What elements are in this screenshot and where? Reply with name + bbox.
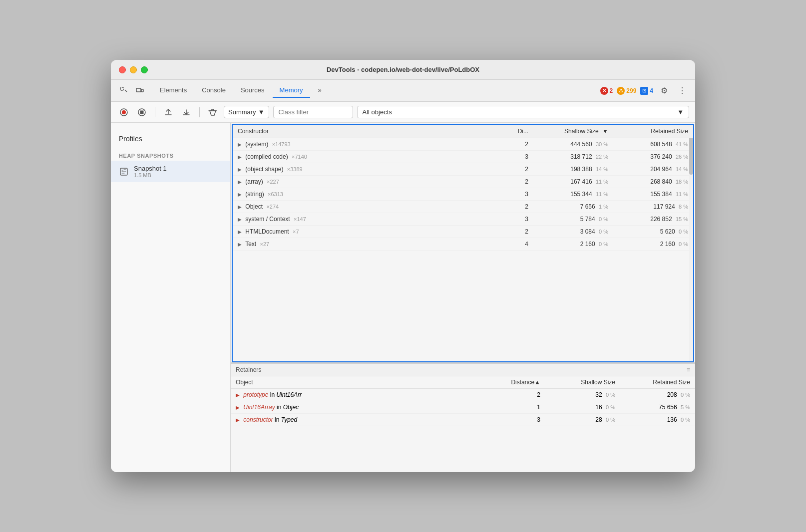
tab-memory[interactable]: Memory (273, 83, 310, 98)
distance-header[interactable]: Di... (503, 125, 533, 138)
retainers-row[interactable]: ▶ constructor in Typed 3 28 0 % 136 0 % (231, 414, 695, 426)
expand-icon[interactable]: ▶ (238, 229, 242, 235)
settings-icon[interactable]: ⚙ (657, 84, 671, 98)
expand-icon[interactable]: ▶ (238, 192, 242, 197)
constructor-cell: ▶ system / Context ×147 (233, 213, 503, 226)
retainers-retained-header[interactable]: Retained Size (620, 376, 695, 389)
count-label: ×14793 (272, 141, 291, 147)
retained-size-cell: 5 620 0 % (613, 226, 693, 238)
info-count[interactable]: ⊡ 4 (640, 87, 653, 95)
count-label: ×27 (260, 241, 269, 247)
table-row[interactable]: ▶ (compiled code) ×7140 3 318 712 22 % 3… (233, 151, 693, 163)
error-count[interactable]: ✕ 2 (600, 87, 613, 95)
retainers-title: Retainers (236, 366, 261, 373)
stop-button[interactable] (135, 105, 149, 119)
main-toolbar: Elements Console Sources Memory » ✕ 2 ⚠ … (111, 80, 695, 102)
shallow-size-cell: 198 388 14 % (533, 163, 613, 176)
dropdown-arrow-icon: ▼ (258, 108, 265, 116)
constructor-name: Text (245, 241, 256, 248)
expand-icon[interactable]: ▶ (238, 204, 242, 210)
info-number: 4 (650, 87, 653, 94)
retained-size-cell: 268 840 18 % (613, 176, 693, 188)
retainers-row[interactable]: ▶ Uint16Array in Objec 1 16 0 % 75 656 5… (231, 401, 695, 414)
scrollbar-track[interactable] (689, 125, 693, 361)
device-toolbar-icon[interactable] (133, 84, 147, 98)
table-row[interactable]: ▶ system / Context ×147 3 5 784 0 % 226 … (233, 213, 693, 226)
class-filter-input[interactable] (273, 106, 353, 118)
table-row[interactable]: ▶ (array) ×227 2 167 416 11 % 268 840 18… (233, 176, 693, 188)
count-label: ×227 (267, 179, 279, 185)
expand-icon[interactable]: ▶ (238, 167, 242, 172)
distance-cell: 2 (503, 201, 533, 213)
retainer-shallow-cell: 16 0 % (545, 401, 620, 414)
table-row[interactable]: ▶ HTMLDocument ×7 2 3 084 0 % 5 620 0 % (233, 226, 693, 238)
shallow-size-header[interactable]: Shallow Size ▼ (533, 125, 613, 138)
maximize-button[interactable] (141, 66, 148, 73)
table-row[interactable]: ▶ Text ×27 4 2 160 0 % 2 160 0 % (233, 238, 693, 251)
expand-icon[interactable]: ▶ (238, 242, 242, 247)
count-label: ×7 (293, 229, 299, 235)
minimize-button[interactable] (130, 66, 137, 73)
tab-more[interactable]: » (311, 83, 329, 98)
expand-icon[interactable]: ▶ (238, 217, 242, 222)
tab-elements[interactable]: Elements (153, 83, 194, 98)
retainer-retained-cell: 208 0 % (620, 389, 695, 401)
warning-count[interactable]: ⚠ 299 (617, 87, 636, 95)
constructor-cell: ▶ Object ×274 (233, 201, 503, 213)
warning-number: 299 (626, 87, 636, 94)
retained-size-cell: 376 240 26 % (613, 151, 693, 163)
retainers-shallow-header[interactable]: Shallow Size (545, 376, 620, 389)
expand-icon[interactable]: ▶ (238, 179, 242, 185)
constructor-cell: ▶ (compiled code) ×7140 (233, 151, 503, 163)
separator-2 (199, 107, 200, 117)
tab-console[interactable]: Console (195, 83, 233, 98)
retainer-shallow-cell: 28 0 % (545, 414, 620, 426)
expand-icon[interactable]: ▶ (236, 392, 240, 398)
record-button[interactable] (117, 105, 131, 119)
retainer-suffix: Typed (281, 416, 297, 423)
upload-button[interactable] (161, 105, 175, 119)
shallow-size-cell: 444 560 30 % (533, 138, 613, 151)
objects-label: All objects (363, 108, 392, 116)
summary-label: Summary (228, 108, 256, 116)
shallow-size-cell: 2 160 0 % (533, 238, 613, 251)
scrollbar-thumb[interactable] (689, 135, 693, 175)
table-row[interactable]: ▶ (object shape) ×3389 2 198 388 14 % 20… (233, 163, 693, 176)
retained-size-cell: 2 160 0 % (613, 238, 693, 251)
constructor-cell: ▶ (object shape) ×3389 (233, 163, 503, 176)
clear-button[interactable] (206, 105, 220, 119)
inspector-icon[interactable] (117, 84, 131, 98)
table-row[interactable]: ▶ (system) ×14793 2 444 560 30 % 608 548… (233, 138, 693, 151)
shallow-size-cell: 167 416 11 % (533, 176, 613, 188)
expand-icon[interactable]: ▶ (236, 417, 240, 423)
retainer-prefix[interactable]: constructor (243, 416, 273, 423)
retainer-prefix[interactable]: Uint16Array (243, 404, 275, 411)
download-button[interactable] (179, 105, 193, 119)
table-row[interactable]: ▶ Object ×274 2 7 656 1 % 117 924 8 % (233, 201, 693, 213)
constructor-name: HTMLDocument (245, 228, 289, 235)
retained-size-cell: 204 964 14 % (613, 163, 693, 176)
retainer-distance-cell: 2 (495, 389, 545, 401)
tab-sources[interactable]: Sources (234, 83, 272, 98)
main-content: Profiles HEAP SNAPSHOTS Snapshot 1 1.5 M… (111, 123, 695, 472)
summary-dropdown[interactable]: Summary ▼ (224, 106, 269, 118)
close-button[interactable] (119, 66, 126, 73)
table-row[interactable]: ▶ (string) ×6313 3 155 344 11 % 155 384 … (233, 188, 693, 201)
content-area: Constructor Di... Shallow Size ▼ (231, 123, 695, 472)
snapshot-item[interactable]: Snapshot 1 1.5 MB (111, 161, 230, 182)
snapshot-name: Snapshot 1 (134, 165, 167, 172)
retained-size-header[interactable]: Retained Size (613, 125, 693, 138)
retainers-distance-header[interactable]: Distance▲ (495, 376, 545, 389)
expand-icon[interactable]: ▶ (236, 405, 240, 410)
warning-icon: ⚠ (617, 87, 625, 95)
retainer-retained-cell: 136 0 % (620, 414, 695, 426)
expand-icon[interactable]: ▶ (238, 142, 242, 147)
more-options-icon[interactable]: ⋮ (675, 84, 689, 98)
constructor-cell: ▶ (system) ×14793 (233, 138, 503, 151)
retainers-row[interactable]: ▶ prototype in Uint16Arr 2 32 0 % 208 0 … (231, 389, 695, 401)
retainer-middle: in (277, 404, 283, 411)
retainer-prefix[interactable]: prototype (243, 391, 268, 398)
expand-icon[interactable]: ▶ (238, 154, 242, 160)
distance-cell: 4 (503, 238, 533, 251)
objects-dropdown[interactable]: All objects ▼ (357, 106, 690, 118)
